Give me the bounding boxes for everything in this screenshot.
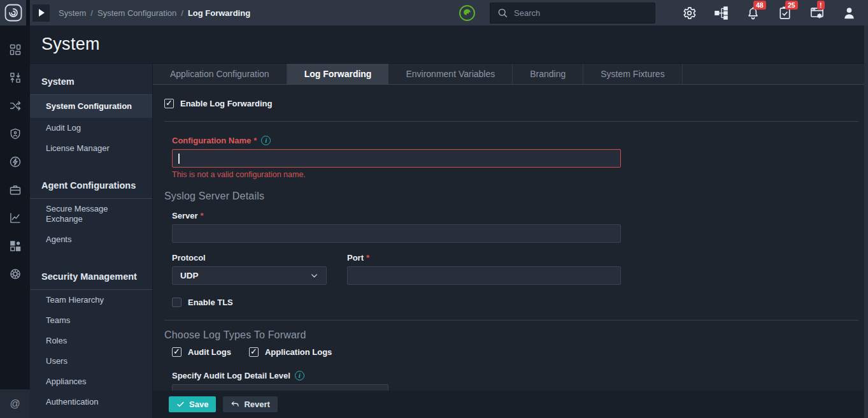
search-input[interactable]	[514, 8, 648, 18]
integrations-button[interactable]	[714, 6, 729, 20]
sidebar-item-authentication[interactable]: Authentication	[30, 392, 152, 412]
port-label: Port	[347, 253, 364, 263]
log-forwarding-form: Enable Log Forwarding Configuration Name…	[153, 99, 868, 403]
tab-bar: Application Configuration Log Forwarding…	[153, 64, 868, 85]
sidebar-item-users[interactable]: Users	[30, 351, 152, 371]
hierarchy-icon	[714, 6, 729, 20]
dashboard-icon[interactable]	[9, 43, 22, 56]
sidebar-expand-button[interactable]	[32, 4, 50, 22]
icon-rail	[0, 25, 30, 418]
audit-logs-checkbox[interactable]	[172, 347, 181, 357]
sidebar-item-system-configuration[interactable]: System Configuration	[30, 95, 152, 118]
title-bar: System	[30, 25, 868, 64]
apps-icon[interactable]	[9, 240, 22, 252]
enable-log-forwarding-checkbox[interactable]	[164, 99, 174, 108]
app-logo-icon[interactable]	[0, 0, 26, 25]
tasks-badge: 25	[785, 1, 798, 10]
tab-branding[interactable]: Branding	[513, 64, 583, 84]
sidebar: System System Configuration Audit Log Li…	[30, 64, 153, 418]
text-caret	[178, 154, 180, 164]
notifications-badge: 48	[753, 1, 766, 10]
server-input[interactable]	[172, 224, 621, 243]
search-box	[490, 3, 655, 24]
tab-system-fixtures[interactable]: System Fixtures	[583, 64, 682, 84]
form-action-bar: Save Revert	[153, 391, 868, 418]
sidebar-item-teams[interactable]: Teams	[30, 310, 152, 331]
page-title: System	[41, 34, 100, 54]
port-input[interactable]	[347, 266, 621, 285]
user-menu-button[interactable]	[842, 6, 857, 20]
tasks-button[interactable]: 25	[778, 6, 792, 20]
rail-seam	[26, 0, 30, 25]
sidebar-item-agents[interactable]: Agents	[30, 229, 152, 250]
breadcrumb: System/System Configuration/Log Forwardi…	[59, 8, 250, 18]
workflow-icon[interactable]	[9, 71, 22, 84]
revert-button[interactable]: Revert	[223, 396, 277, 412]
log-types-section-heading: Choose Log Types To Forward	[164, 329, 857, 341]
sidebar-item-audit-log[interactable]: Audit Log	[30, 118, 152, 138]
audit-detail-level-label: Specify Audit Log Detail Level	[172, 371, 290, 380]
vertical-scrollbar[interactable]	[864, 25, 868, 418]
audit-logs-label: Audit Logs	[188, 347, 231, 357]
sidebar-item-license-manager[interactable]: License Manager	[30, 138, 152, 159]
system-status-button[interactable]: !	[809, 6, 825, 20]
enable-tls-label: Enable TLS	[188, 298, 233, 307]
breadcrumb-system[interactable]: System	[59, 8, 86, 18]
syslog-section-heading: Syslog Server Details	[164, 191, 857, 202]
sidebar-section-agent-configurations: Agent Configurations	[30, 168, 152, 198]
sidebar-item-team-hierarchy[interactable]: Team Hierarchy	[30, 290, 152, 310]
user-icon	[842, 6, 857, 20]
globe-icon[interactable]	[9, 268, 22, 280]
info-icon[interactable]: i	[295, 371, 304, 380]
sidebar-item-secure-message-exchange[interactable]: Secure Message Exchange	[30, 199, 132, 229]
breadcrumb-system-configuration[interactable]: System Configuration	[97, 8, 176, 18]
tab-environment-variables[interactable]: Environment Variables	[388, 64, 513, 84]
chart-icon[interactable]	[9, 212, 22, 224]
shuffle-icon[interactable]	[9, 99, 22, 112]
status-green-icon[interactable]	[459, 4, 476, 22]
sidebar-section-system: System	[30, 64, 152, 94]
sidebar-item-roles[interactable]: Roles	[30, 331, 152, 351]
search-icon	[497, 7, 508, 18]
configuration-name-label: Configuration Name	[172, 136, 251, 145]
sidebar-item-appliances[interactable]: Appliances	[30, 371, 152, 392]
gear-icon	[682, 6, 697, 20]
at-sign-icon[interactable]: @	[0, 389, 30, 418]
breadcrumb-log-forwarding: Log Forwarding	[188, 8, 250, 18]
flash-icon[interactable]	[9, 155, 22, 168]
configuration-name-error: This is not a valid configuration name.	[172, 170, 857, 179]
notifications-button[interactable]: 48	[746, 6, 760, 20]
info-icon[interactable]: i	[261, 136, 271, 145]
application-logs-checkbox[interactable]	[249, 347, 259, 357]
enable-tls-checkbox[interactable]	[172, 298, 181, 307]
briefcase-icon[interactable]	[9, 184, 22, 196]
revert-arrow-icon	[231, 400, 239, 409]
enable-log-forwarding-label: Enable Log Forwarding	[180, 99, 272, 108]
tab-log-forwarding[interactable]: Log Forwarding	[287, 64, 389, 84]
server-label: Server	[172, 211, 197, 220]
settings-button[interactable]	[682, 6, 697, 20]
application-logs-label: Application Logs	[265, 347, 332, 357]
protocol-label: Protocol	[172, 253, 206, 263]
sidebar-section-security-management: Security Management	[30, 259, 152, 289]
play-icon	[39, 9, 45, 17]
protocol-select[interactable]: UDP	[172, 266, 327, 285]
configuration-name-input[interactable]	[172, 149, 621, 168]
main-content: Application Configuration Log Forwarding…	[153, 64, 868, 418]
topbar: System/System Configuration/Log Forwardi…	[0, 0, 868, 25]
save-button[interactable]: Save	[169, 396, 216, 412]
chevron-down-icon	[310, 271, 318, 280]
divider	[164, 121, 858, 122]
system-alert-badge: !	[817, 1, 825, 10]
divider	[164, 320, 858, 321]
tab-application-configuration[interactable]: Application Configuration	[153, 64, 287, 84]
check-icon	[176, 400, 185, 408]
shield-icon[interactable]	[9, 127, 22, 140]
